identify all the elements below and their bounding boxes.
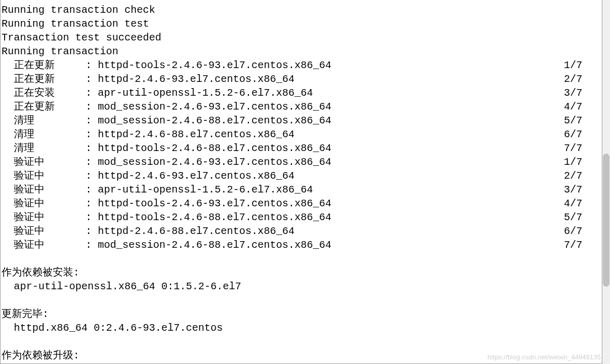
transaction-row: 验证中: mod_session-2.4.6-93.el7.centos.x86… [2, 155, 602, 169]
transaction-progress: 3/7 [564, 86, 602, 100]
header-line: Running transaction [2, 45, 602, 58]
transaction-package: : apr-util-openssl-1.5.2-6.el7.x86_64 [86, 183, 564, 197]
transaction-action: 正在更新 [2, 58, 86, 72]
transaction-action: 验证中 [2, 224, 86, 238]
transaction-progress: 2/7 [564, 72, 602, 86]
transaction-package: : httpd-2.4.6-93.el7.centos.x86_64 [86, 169, 564, 183]
transaction-progress: 1/7 [564, 58, 602, 72]
transaction-package: : httpd-tools-2.4.6-88.el7.centos.x86_64 [86, 210, 564, 224]
header-line: Running transaction test [2, 17, 602, 31]
transaction-progress: 6/7 [564, 127, 602, 141]
transaction-package: : httpd-tools-2.4.6-93.el7.centos.x86_64 [86, 197, 564, 210]
transaction-row: 验证中: apr-util-openssl-1.5.2-6.el7.x86_64… [2, 183, 602, 197]
transaction-action: 验证中 [2, 197, 86, 210]
transaction-row: 验证中: httpd-tools-2.4.6-93.el7.centos.x86… [2, 197, 602, 210]
transaction-package: : httpd-2.4.6-88.el7.centos.x86_64 [86, 224, 564, 238]
transaction-row: 验证中: mod_session-2.4.6-88.el7.centos.x86… [2, 238, 602, 252]
transaction-action: 验证中 [2, 155, 86, 169]
blank-line [2, 335, 602, 349]
transaction-package: : apr-util-openssl-1.5.2-6.el7.x86_64 [86, 86, 564, 100]
transaction-action: 验证中 [2, 183, 86, 197]
transaction-progress: 2/7 [564, 169, 602, 183]
transaction-package: : mod_session-2.4.6-93.el7.centos.x86_64 [86, 155, 564, 169]
update-complete-label: 更新完毕: [2, 307, 602, 321]
header-line: Running transaction check [2, 3, 602, 17]
transaction-action: 正在更新 [2, 72, 86, 86]
transaction-package: : httpd-tools-2.4.6-93.el7.centos.x86_64 [86, 58, 564, 72]
transaction-action: 清理 [2, 127, 86, 141]
transaction-row: 清理: httpd-tools-2.4.6-88.el7.centos.x86_… [2, 141, 602, 155]
updated-package: httpd.x86_64 0:2.4.6-93.el7.centos [2, 321, 602, 335]
transaction-package: : httpd-2.4.6-88.el7.centos.x86_64 [86, 127, 564, 141]
transaction-progress: 4/7 [564, 197, 602, 210]
transaction-progress: 1/7 [564, 155, 602, 169]
transaction-action: 清理 [2, 114, 86, 127]
header-line: Transaction test succeeded [2, 31, 602, 45]
transaction-package: : httpd-2.4.6-93.el7.centos.x86_64 [86, 72, 564, 86]
transaction-row: 清理: mod_session-2.4.6-88.el7.centos.x86_… [2, 114, 602, 127]
transaction-action: 验证中 [2, 169, 86, 183]
transaction-row: 清理: httpd-2.4.6-88.el7.centos.x86_646/7 [2, 127, 602, 141]
transaction-progress: 4/7 [564, 100, 602, 114]
transaction-action: 正在更新 [2, 100, 86, 114]
transaction-action: 清理 [2, 141, 86, 155]
transaction-action: 验证中 [2, 210, 86, 224]
transaction-row: 验证中: httpd-2.4.6-93.el7.centos.x86_642/7 [2, 169, 602, 183]
transaction-progress: 3/7 [564, 183, 602, 197]
transaction-row: 正在更新: httpd-tools-2.4.6-93.el7.centos.x8… [2, 58, 602, 72]
installed-dependency-package: apr-util-openssl.x86_64 0:1.5.2-6.el7 [2, 280, 602, 293]
transaction-progress: 7/7 [564, 141, 602, 155]
transaction-package: : mod_session-2.4.6-88.el7.centos.x86_64 [86, 238, 564, 252]
transaction-row: 正在安装: apr-util-openssl-1.5.2-6.el7.x86_6… [2, 86, 602, 100]
transaction-action: 正在安装 [2, 86, 86, 100]
installed-as-dependency-label: 作为依赖被安装: [2, 266, 602, 280]
scrollbar-thumb[interactable] [603, 154, 609, 287]
transaction-progress: 7/7 [564, 238, 602, 252]
transaction-row: 验证中: httpd-2.4.6-88.el7.centos.x86_646/7 [2, 224, 602, 238]
watermark-text: https://blog.csdn.net/weixin_44949135 [488, 353, 601, 362]
transaction-progress: 6/7 [564, 224, 602, 238]
transaction-row: 验证中: httpd-tools-2.4.6-88.el7.centos.x86… [2, 210, 602, 224]
terminal-output: Running transaction check Running transa… [0, 0, 602, 364]
transaction-row: 正在更新: mod_session-2.4.6-93.el7.centos.x8… [2, 100, 602, 114]
transaction-package: : mod_session-2.4.6-93.el7.centos.x86_64 [86, 100, 564, 114]
blank-line [2, 252, 602, 266]
transaction-package: : mod_session-2.4.6-88.el7.centos.x86_64 [86, 114, 564, 127]
vertical-scrollbar[interactable] [602, 0, 610, 364]
transaction-progress: 5/7 [564, 210, 602, 224]
transaction-progress: 5/7 [564, 114, 602, 127]
transaction-row: 正在更新: httpd-2.4.6-93.el7.centos.x86_642/… [2, 72, 602, 86]
transaction-package: : httpd-tools-2.4.6-88.el7.centos.x86_64 [86, 141, 564, 155]
transaction-action: 验证中 [2, 238, 86, 252]
blank-line [2, 293, 602, 307]
